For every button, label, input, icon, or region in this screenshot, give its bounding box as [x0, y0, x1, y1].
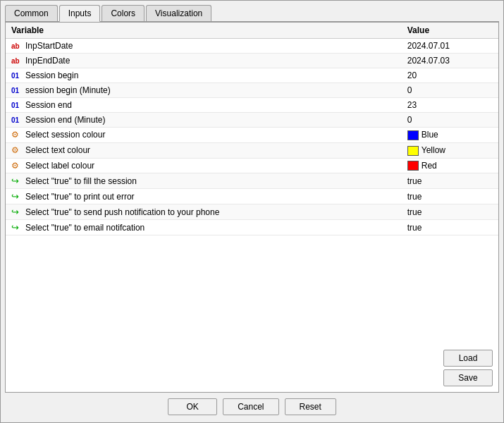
load-button[interactable]: Load [443, 350, 493, 367]
tab-common[interactable]: Common [5, 5, 58, 21]
variable-cell: ⚙Select text colour [6, 142, 402, 158]
variable-cell: 01Session begin [6, 68, 402, 83]
variable-name: InpEndDate [25, 56, 70, 66]
table-row: ⚙Select label colourRed [6, 158, 498, 173]
variable-cell: ↪Select "true" to email notifcation [6, 220, 402, 235]
table-row: ⚙Select session colourBlue [6, 128, 498, 143]
inputs-table: Variable Value abInpStartDate2024.07.01a… [6, 23, 498, 235]
variable-cell: 01Session end [6, 98, 402, 113]
tab-inputs[interactable]: Inputs [59, 5, 101, 22]
table-row: 01session begin (Minute)0 [6, 83, 498, 98]
save-button[interactable]: Save [443, 369, 493, 386]
arrow-icon: ↪ [11, 191, 23, 202]
color-value-text: Blue [422, 130, 438, 140]
numeric-icon: 01 [11, 116, 23, 124]
value-cell: true [402, 173, 498, 189]
table-row: ↪Select "true" to fill the sessiontrue [6, 173, 498, 189]
numeric-icon: 01 [11, 72, 23, 80]
table-row: abInpStartDate2024.07.01 [6, 39, 498, 54]
variable-cell: 01Session end (Minute) [6, 113, 402, 128]
color-swatch [407, 146, 419, 156]
content-area: Variable Value abInpStartDate2024.07.01a… [5, 22, 499, 393]
table-container: Variable Value abInpStartDate2024.07.01a… [6, 23, 498, 392]
value-cell: 0 [402, 113, 498, 128]
cancel-button[interactable]: Cancel [223, 398, 278, 415]
arrow-icon: ↪ [11, 222, 23, 233]
table-row: ↪Select "true" to print out errortrue [6, 189, 498, 204]
table-row: ↪Select "true" to email notifcationtrue [6, 220, 498, 235]
variable-name: Select "true" to send push notification … [25, 207, 219, 217]
variable-cell: ↪Select "true" to print out error [6, 189, 402, 204]
variable-name: Session end (Minute) [25, 115, 105, 125]
color-value-text: Red [422, 161, 437, 171]
value-cell: Yellow [402, 142, 498, 158]
tab-visualization[interactable]: Visualization [146, 5, 211, 21]
side-buttons: Load Save [443, 350, 493, 386]
color-swatch [407, 130, 419, 140]
gear-icon: ⚙ [11, 130, 23, 140]
tab-bar: Common Inputs Colors Visualization [5, 5, 499, 22]
variable-name: Select "true" to print out error [25, 192, 135, 202]
arrow-icon: ↪ [11, 176, 23, 186]
dialog: Common Inputs Colors Visualization Varia… [0, 0, 504, 423]
value-cell: 23 [402, 98, 498, 113]
numeric-icon: 01 [11, 102, 23, 109]
table-row: ⚙Select text colourYellow [6, 142, 498, 158]
ab-icon: ab [11, 42, 23, 50]
color-value-text: Yellow [422, 145, 445, 155]
bottom-bar: OK Cancel Reset [5, 393, 499, 418]
gear-icon: ⚙ [11, 145, 23, 155]
numeric-icon: 01 [11, 87, 23, 94]
table-row: 01Session begin20 [6, 68, 498, 83]
variable-cell: abInpEndDate [6, 54, 402, 68]
variable-name: Session end [25, 100, 72, 110]
tab-colors[interactable]: Colors [102, 5, 145, 21]
variable-cell: abInpStartDate [6, 39, 402, 54]
variable-name: InpStartDate [25, 41, 73, 51]
table-row: 01Session end23 [6, 98, 498, 113]
value-cell: 2024.07.01 [402, 39, 498, 54]
color-swatch [407, 161, 419, 171]
table-row: 01Session end (Minute)0 [6, 113, 498, 128]
ok-button[interactable]: OK [168, 398, 217, 415]
variable-name: Select "true" to email notifcation [25, 223, 145, 233]
table-row: abInpEndDate2024.07.03 [6, 54, 498, 68]
col-value: Value [402, 23, 498, 39]
value-cell: 2024.07.03 [402, 54, 498, 68]
ab-icon: ab [11, 57, 23, 65]
variable-name: Select session colour [25, 130, 105, 140]
value-cell: true [402, 189, 498, 204]
reset-button[interactable]: Reset [285, 398, 336, 415]
value-cell: 0 [402, 83, 498, 98]
variable-name: Select label colour [25, 161, 94, 171]
variable-name: session begin (Minute) [25, 85, 111, 95]
variable-name: Session begin [25, 70, 78, 80]
col-variable: Variable [6, 23, 402, 39]
value-cell: Blue [402, 128, 498, 143]
variable-cell: ↪Select "true" to fill the session [6, 173, 402, 189]
variable-cell: ⚙Select label colour [6, 158, 402, 173]
table-row: ↪Select "true" to send push notification… [6, 204, 498, 220]
value-cell: true [402, 204, 498, 220]
arrow-icon: ↪ [11, 207, 23, 217]
variable-cell: ⚙Select session colour [6, 128, 402, 143]
value-cell: Red [402, 158, 498, 173]
value-cell: true [402, 220, 498, 235]
variable-cell: 01session begin (Minute) [6, 83, 402, 98]
variable-name: Select text colour [25, 145, 90, 155]
gear-icon: ⚙ [11, 161, 23, 171]
value-cell: 20 [402, 68, 498, 83]
variable-cell: ↪Select "true" to send push notification… [6, 204, 402, 220]
variable-name: Select "true" to fill the session [25, 176, 137, 186]
